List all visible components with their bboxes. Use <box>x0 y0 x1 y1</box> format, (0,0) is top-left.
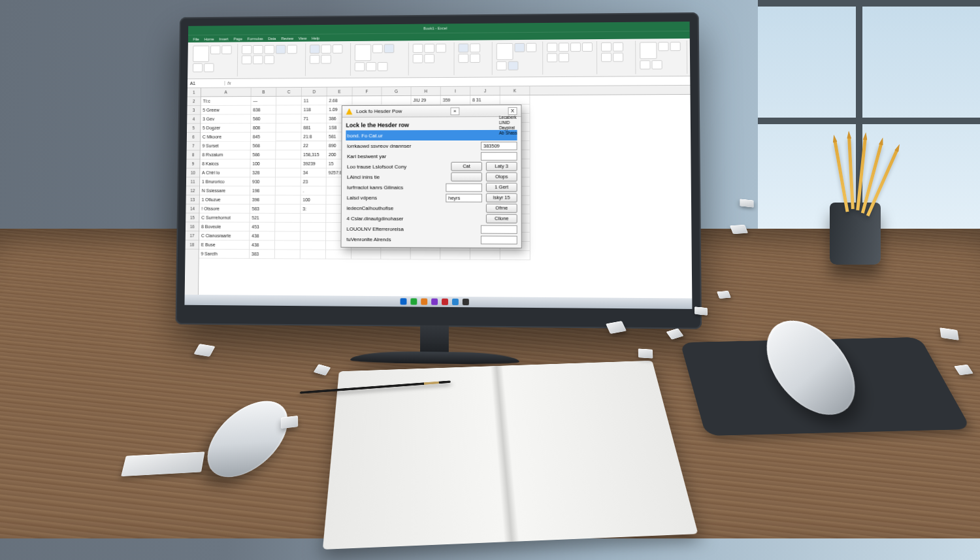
row-header[interactable]: 9 <box>186 159 199 169</box>
ribbon-button[interactable] <box>613 53 623 62</box>
row-header[interactable]: 6 <box>187 133 200 142</box>
ribbon-button[interactable] <box>640 42 657 59</box>
cell[interactable]: JIU 29 <box>411 96 440 105</box>
ribbon-button[interactable] <box>355 44 371 61</box>
ribbon-button[interactable] <box>640 60 650 69</box>
dialog-button[interactable]: Olops <box>486 173 517 182</box>
ribbon-button[interactable] <box>412 44 423 53</box>
cell[interactable] <box>276 97 301 106</box>
cell[interactable] <box>275 232 300 241</box>
cell[interactable]: 586 <box>251 150 276 159</box>
dialog-input[interactable] <box>481 152 517 160</box>
cell[interactable]: 22 <box>301 141 326 150</box>
cell[interactable] <box>275 205 300 214</box>
dialog-titlebar[interactable]: Lock fo Hesder Pow × X <box>342 105 521 118</box>
name-box[interactable]: A1 <box>188 81 225 86</box>
menu-home[interactable]: Home <box>204 37 214 41</box>
cell[interactable] <box>276 159 301 169</box>
ribbon-button[interactable] <box>496 43 513 60</box>
cell[interactable] <box>276 150 301 159</box>
row-header[interactable]: 7 <box>187 142 200 151</box>
cell[interactable]: 808 <box>251 124 276 133</box>
cell[interactable] <box>275 240 300 250</box>
ribbon-button[interactable] <box>221 45 231 54</box>
row-header[interactable]: 10 <box>186 169 199 178</box>
row-header[interactable]: 1 <box>188 88 201 97</box>
cell[interactable] <box>276 141 301 150</box>
cell[interactable]: 580 <box>251 114 276 124</box>
ribbon-button[interactable] <box>310 55 320 64</box>
ribbon-button[interactable] <box>372 44 383 54</box>
ribbon-button[interactable] <box>276 45 286 54</box>
taskbar-app-icon[interactable] <box>463 299 469 305</box>
cell[interactable]: C Surrrehornot <box>199 214 249 223</box>
cell[interactable]: 8 Rvzalum <box>201 150 250 159</box>
cell[interactable]: 11 <box>302 97 327 106</box>
dialog-input[interactable]: heyrs <box>446 193 482 202</box>
cell[interactable]: 453 <box>250 223 274 232</box>
dialog-option-row[interactable]: LOUOLNV Efterreroreisa <box>345 223 517 235</box>
cell[interactable] <box>382 96 410 105</box>
cell[interactable]: 5 Greew <box>201 106 250 115</box>
cell[interactable] <box>276 195 301 205</box>
ribbon-button[interactable] <box>601 53 612 62</box>
cell[interactable]: 8 31 <box>470 95 500 105</box>
cell[interactable]: 383 <box>250 250 274 259</box>
col-header[interactable]: E <box>327 88 353 96</box>
ribbon-button[interactable] <box>242 56 252 65</box>
cell[interactable] <box>275 223 300 232</box>
ribbon-button[interactable] <box>264 55 274 64</box>
ribbon-button[interactable] <box>242 45 252 54</box>
cell[interactable]: 9 Sarcth <box>199 250 250 259</box>
row-header[interactable]: 17 <box>186 231 199 240</box>
menu-help[interactable]: Help <box>312 36 319 40</box>
cell[interactable]: E Buse <box>199 240 249 250</box>
cell[interactable]: 100 <box>301 195 325 205</box>
cell[interactable]: 3: <box>301 205 325 214</box>
dialog-option-row[interactable]: lorrkaowd ssvreov dnannser383509 <box>346 140 517 151</box>
row-header[interactable]: 12 <box>186 186 199 195</box>
cell[interactable]: 845 <box>251 133 276 142</box>
cell[interactable]: ! Otssore <box>199 205 249 214</box>
cell[interactable]: 438 <box>250 231 274 240</box>
cell[interactable]: 100 <box>250 159 275 169</box>
cell[interactable]: 3 Gev <box>201 114 250 124</box>
col-header[interactable]: F <box>353 87 382 95</box>
taskbar-app-icon[interactable] <box>400 298 407 305</box>
cell[interactable] <box>301 232 325 241</box>
ribbon-button[interactable] <box>287 45 297 54</box>
cell[interactable]: 930 <box>250 178 275 187</box>
ribbon-button[interactable] <box>559 42 569 52</box>
ribbon-button[interactable] <box>253 45 263 54</box>
ribbon-button[interactable] <box>658 42 668 51</box>
cell[interactable] <box>352 96 381 105</box>
cell[interactable] <box>351 250 380 259</box>
cell[interactable] <box>301 214 325 223</box>
cell[interactable]: 838 <box>251 106 276 115</box>
dialog-input[interactable] <box>446 183 482 191</box>
taskbar-app-icon[interactable] <box>431 299 438 305</box>
cell[interactable] <box>276 169 301 178</box>
taskbar-app-icon[interactable] <box>410 298 417 305</box>
cell[interactable]: 398 <box>250 195 275 205</box>
ribbon-button[interactable] <box>321 44 331 54</box>
taskbar-app-icon[interactable] <box>421 299 427 305</box>
cell[interactable]: 8 Kaiccs <box>200 159 250 169</box>
menu-insert[interactable]: Insert <box>219 37 228 41</box>
cell[interactable]: 198 <box>250 186 275 195</box>
dialog-button[interactable]: Cat <box>451 162 482 171</box>
dialog-selected-option[interactable]: bond. Fo Cat.ur <box>346 130 517 140</box>
ribbon-button[interactable] <box>378 62 388 71</box>
cell[interactable] <box>470 251 500 260</box>
dialog-input[interactable] <box>481 235 517 244</box>
cell[interactable] <box>500 251 530 260</box>
row-header[interactable]: 4 <box>187 115 200 124</box>
dialog-button[interactable]: lskyr 15 <box>486 193 517 203</box>
dialog-option-row[interactable]: Kari besiwent yar <box>346 151 517 161</box>
ribbon-button[interactable] <box>613 42 623 52</box>
ribbon-button[interactable] <box>559 53 569 62</box>
cell[interactable]: 8 Boveole <box>199 222 249 231</box>
cell[interactable] <box>275 214 300 223</box>
cell[interactable] <box>301 241 325 250</box>
ribbon-button[interactable] <box>204 63 214 73</box>
